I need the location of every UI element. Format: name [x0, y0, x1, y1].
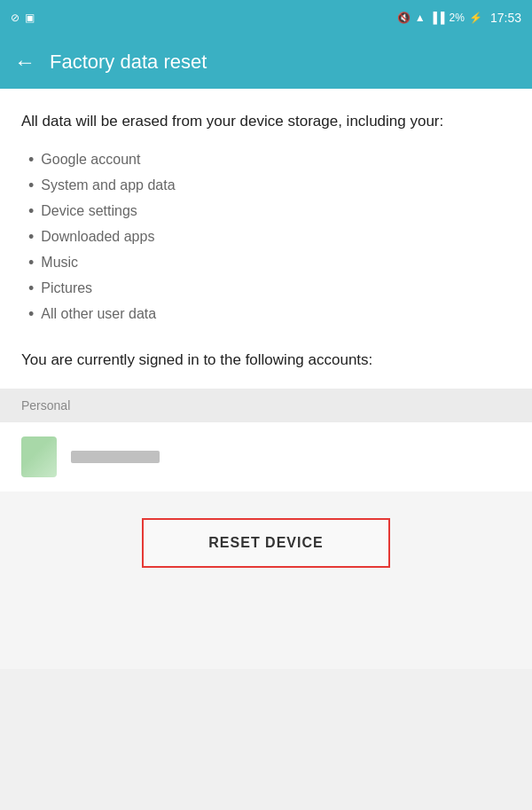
list-item: Device settings	[28, 199, 511, 224]
list-item: Music	[28, 250, 511, 276]
account-name-redacted	[71, 451, 160, 463]
list-item: System and app data	[28, 173, 511, 199]
wifi-icon: ▲	[415, 12, 426, 24]
avatar	[21, 436, 57, 477]
page-title: Factory data reset	[50, 51, 207, 74]
list-item: Pictures	[28, 276, 511, 302]
mute-icon: 🔇	[397, 12, 411, 24]
status-time: 17:53	[490, 11, 521, 25]
list-item: Downloaded apps	[28, 224, 511, 250]
battery-icon: ⚡	[469, 12, 482, 24]
list-item: Google account	[28, 147, 511, 173]
reset-area: RESET DEVICE	[0, 492, 532, 669]
warning-text: All data will be erased from your device…	[21, 110, 511, 133]
status-right-icons: 🔇 ▲ ▐▐ 2% ⚡ 17:53	[397, 11, 521, 25]
content-area: All data will be erased from your device…	[0, 89, 532, 389]
list-item: All other user data	[28, 302, 511, 327]
personal-section-header: Personal	[0, 389, 532, 422]
items-list: Google account System and app data Devic…	[21, 147, 511, 327]
personal-label: Personal	[21, 398, 70, 413]
no-image-icon: ⊘	[11, 12, 20, 24]
reset-device-button[interactable]: RESET DEVICE	[142, 518, 390, 568]
status-bar: ⊘ ▣ 🔇 ▲ ▐▐ 2% ⚡ 17:53	[0, 0, 532, 35]
image-icon: ▣	[25, 12, 35, 24]
signed-in-text: You are currently signed in to the follo…	[21, 349, 511, 372]
status-left-icons: ⊘ ▣	[11, 12, 35, 24]
back-button[interactable]: ←	[14, 51, 35, 73]
signal-icon: ▐▐	[430, 12, 445, 24]
account-row	[0, 422, 532, 492]
battery-percent: 2%	[450, 12, 465, 24]
toolbar: ← Factory data reset	[0, 35, 532, 89]
